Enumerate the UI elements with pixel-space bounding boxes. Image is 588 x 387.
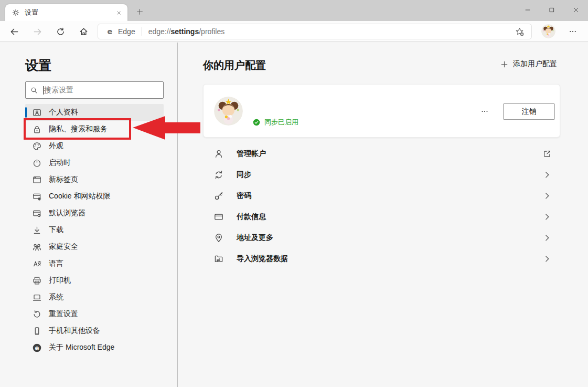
add-favorite-icon[interactable] — [512, 25, 526, 38]
new-tab-button[interactable] — [132, 5, 147, 18]
text-caret — [43, 86, 44, 95]
address-bar[interactable]: e Edge edge://settings/profiles — [98, 24, 532, 39]
cookie-permissions-icon — [32, 192, 42, 202]
page-title: 你的用户配置 — [203, 58, 266, 72]
sidebar-item-system[interactable]: 系统 — [25, 289, 164, 306]
row-addresses[interactable]: 地址及更多 — [203, 227, 560, 248]
gear-icon — [12, 8, 20, 17]
sidebar-nav: 个人资料 隐私、搜索和服务 外观 — [25, 104, 164, 356]
red-highlight-rectangle — [24, 118, 131, 140]
sidebar-item-label: 手机和其他设备 — [49, 326, 100, 336]
reset-icon — [32, 309, 42, 319]
sidebar-item-label: 新标签页 — [49, 175, 78, 184]
profiles-pane: 你的用户配置 添加用户配置 同步已启用 注销 — [178, 43, 588, 387]
sidebar-item-downloads[interactable]: 下载 — [25, 222, 164, 238]
person-icon — [213, 149, 224, 159]
tab-settings[interactable]: 设置 — [5, 4, 127, 21]
browser-toolbar: e Edge edge://settings/profiles — [0, 21, 588, 42]
search-placeholder: 搜索设置 — [44, 86, 73, 95]
external-link-icon — [542, 149, 552, 159]
url-text: edge://settings/profiles — [148, 27, 225, 36]
sidebar-title: 设置 — [25, 57, 51, 74]
selection-indicator — [25, 107, 27, 118]
sidebar-item-printers[interactable]: 打印机 — [25, 272, 164, 289]
check-circle-icon — [252, 118, 261, 127]
row-label: 管理帐户 — [237, 149, 266, 159]
row-payment-info[interactable]: 付款信息 — [203, 206, 560, 227]
id-card-icon — [32, 108, 42, 118]
sync-status-label: 同步已启用 — [264, 118, 298, 127]
key-icon — [213, 191, 224, 201]
sidebar-item-cookies[interactable]: Cookie 和网站权限 — [25, 188, 164, 205]
sidebar-item-about[interactable]: e 关于 Microsoft Edge — [25, 339, 164, 356]
sidebar-item-label: 个人资料 — [49, 108, 78, 117]
row-import-data[interactable]: 导入浏览器数据 — [203, 248, 560, 269]
language-icon — [32, 259, 42, 269]
sidebar-item-label: 外观 — [49, 141, 63, 151]
search-input[interactable]: 搜索设置 — [25, 81, 164, 99]
printer-icon — [32, 276, 42, 286]
sidebar-item-label: 启动时 — [49, 158, 71, 168]
sidebar-item-startup[interactable]: 启动时 — [25, 154, 164, 171]
chevron-right-icon — [542, 254, 552, 264]
sync-status: 同步已启用 — [252, 118, 298, 127]
row-label: 导入浏览器数据 — [237, 254, 288, 264]
search-icon — [30, 86, 38, 95]
avatar — [214, 97, 243, 125]
home-icon[interactable] — [75, 23, 92, 40]
add-profile-label: 添加用户配置 — [513, 59, 557, 69]
row-label: 密码 — [237, 191, 251, 201]
chevron-right-icon — [542, 170, 552, 180]
row-passwords[interactable]: 密码 — [203, 185, 560, 206]
add-profile-button[interactable]: 添加用户配置 — [500, 59, 557, 69]
red-arrow-icon — [132, 115, 201, 141]
sidebar-item-default-browser[interactable]: 默认浏览器 — [25, 205, 164, 222]
sidebar-item-languages[interactable]: 语言 — [25, 255, 164, 272]
plus-icon — [500, 60, 508, 68]
import-data-icon — [213, 254, 224, 264]
sidebar-item-label: 默认浏览器 — [49, 208, 85, 218]
reload-icon[interactable] — [52, 23, 69, 40]
site-badge-label: Edge — [118, 27, 135, 36]
sidebar-item-label: 系统 — [49, 292, 63, 302]
default-browser-icon — [32, 208, 42, 218]
row-manage-account[interactable]: 管理帐户 — [203, 143, 560, 164]
sidebar-item-family[interactable]: 家庭安全 — [25, 238, 164, 255]
back-icon[interactable] — [6, 23, 23, 40]
sync-icon — [213, 170, 224, 180]
phone-icon — [32, 326, 42, 336]
sidebar-item-label: 语言 — [49, 259, 63, 268]
more-icon[interactable] — [476, 103, 493, 119]
sign-out-button[interactable]: 注销 — [503, 103, 555, 120]
row-label: 付款信息 — [237, 212, 266, 222]
row-sync[interactable]: 同步 — [203, 164, 560, 185]
sidebar-item-devices[interactable]: 手机和其他设备 — [25, 322, 164, 339]
download-icon — [32, 225, 42, 235]
sidebar-item-new-tab[interactable]: 新标签页 — [25, 171, 164, 188]
more-icon[interactable] — [564, 23, 581, 40]
chevron-right-icon — [542, 212, 552, 222]
profile-card: 同步已启用 注销 — [203, 84, 560, 138]
minimize-icon[interactable] — [516, 0, 540, 20]
sidebar-item-label: 家庭安全 — [49, 242, 78, 252]
credit-card-icon — [213, 212, 224, 222]
row-label: 地址及更多 — [237, 233, 273, 243]
laptop-icon — [32, 292, 42, 302]
window-controls — [516, 0, 588, 20]
forward-icon[interactable] — [29, 23, 46, 40]
profile-avatar[interactable] — [541, 24, 555, 38]
family-icon — [32, 242, 42, 252]
tab-close-icon[interactable] — [114, 8, 123, 17]
browser-window: 设置 — [0, 0, 588, 387]
site-badge: e Edge — [105, 27, 135, 36]
profile-settings-list: 管理帐户 同步 — [203, 143, 560, 269]
row-label: 同步 — [237, 170, 251, 180]
close-icon[interactable] — [564, 0, 588, 20]
svg-text:e: e — [35, 344, 39, 351]
tab-title: 设置 — [25, 8, 114, 17]
edge-logo-icon: e — [32, 343, 42, 353]
sidebar-item-reset[interactable]: 重置设置 — [25, 306, 164, 322]
sidebar-item-label: 关于 Microsoft Edge — [49, 343, 114, 352]
sidebar-item-label: 打印机 — [49, 276, 71, 285]
maximize-icon[interactable] — [540, 0, 564, 20]
